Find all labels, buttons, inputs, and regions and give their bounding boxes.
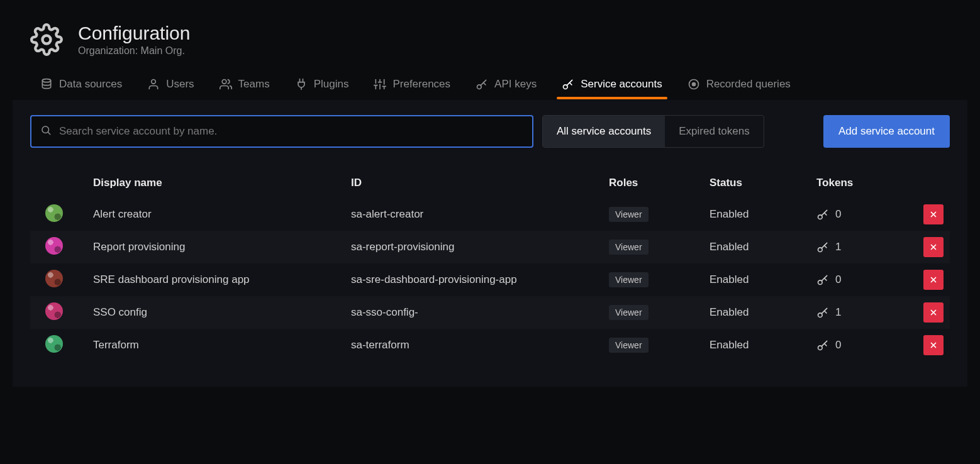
search-input[interactable] (30, 115, 533, 148)
cell-id: sa-alert-creator (351, 208, 609, 221)
table-row[interactable]: Report provisioningsa-report-provisionin… (30, 231, 950, 263)
cell-status: Enabled (710, 273, 816, 286)
table-row[interactable]: SSO configsa-sso-config-ViewerEnabled1 (30, 296, 950, 329)
service-accounts-table: Display name ID Roles Status Tokens Aler… (30, 168, 950, 362)
service-accounts-panel: All service accounts Expired tokens Add … (13, 100, 967, 387)
config-tabs: Data sourcesUsersTeamsPluginsPreferences… (0, 72, 980, 100)
delete-button[interactable] (923, 204, 944, 224)
table-row[interactable]: Terraformsa-terraformViewerEnabled0 (30, 329, 950, 362)
cell-tokens: 1 (816, 306, 923, 319)
cell-tokens: 0 (816, 339, 923, 351)
svg-line-2 (48, 132, 50, 134)
tab-api-keys[interactable]: API keys (476, 72, 537, 99)
avatar (45, 302, 63, 320)
delete-button[interactable] (923, 335, 944, 355)
cell-tokens: 0 (816, 208, 923, 221)
svg-point-1 (42, 126, 49, 133)
key-icon (816, 273, 829, 286)
cell-status: Enabled (710, 241, 816, 253)
page-header: Configuration Organization: Main Org. (0, 0, 980, 72)
tab-plugins[interactable]: Plugins (295, 72, 349, 99)
tab-label: Recorded queries (706, 78, 791, 91)
tab-label: Teams (238, 78, 270, 91)
search-icon (40, 124, 52, 138)
cell-id: sa-terraform (351, 339, 609, 351)
key-icon (816, 208, 829, 221)
avatar (45, 237, 63, 255)
team-icon (220, 78, 232, 91)
key-icon (816, 339, 829, 351)
add-service-account-button[interactable]: Add service account (823, 115, 950, 148)
avatar (45, 204, 63, 222)
token-count: 0 (835, 208, 841, 221)
col-roles: Roles (609, 177, 710, 189)
cell-status: Enabled (710, 208, 816, 221)
role-pill[interactable]: Viewer (609, 305, 649, 320)
delete-button[interactable] (923, 302, 944, 323)
table-row[interactable]: SRE dashboard provisioning appsa-sre-das… (30, 263, 950, 296)
toolbar: All service accounts Expired tokens Add … (30, 115, 950, 148)
tab-label: Preferences (393, 78, 450, 91)
tab-label: API keys (494, 78, 537, 91)
cell-display-name: Alert creator (93, 208, 351, 221)
role-pill[interactable]: Viewer (609, 338, 649, 353)
cell-status: Enabled (710, 339, 816, 351)
cell-display-name: SRE dashboard provisioning app (93, 273, 351, 286)
page-title: Configuration (78, 23, 190, 44)
tab-users[interactable]: Users (147, 72, 194, 99)
tab-data-sources[interactable]: Data sources (40, 72, 122, 99)
col-status: Status (710, 177, 816, 189)
cell-display-name: Report provisioning (93, 241, 351, 253)
tab-preferences[interactable]: Preferences (374, 72, 450, 99)
avatar (45, 270, 63, 287)
cell-status: Enabled (710, 306, 816, 319)
cell-tokens: 0 (816, 273, 923, 286)
col-display-name: Display name (93, 177, 351, 189)
tab-service-accounts[interactable]: Service accounts (562, 72, 662, 99)
cell-tokens: 1 (816, 241, 923, 253)
filter-expired-button[interactable]: Expired tokens (665, 116, 763, 147)
token-count: 1 (835, 306, 841, 319)
search-wrap (30, 115, 533, 148)
filter-segment: All service accounts Expired tokens (542, 115, 764, 148)
col-tokens: Tokens (816, 177, 923, 189)
tab-label: Data sources (59, 78, 122, 91)
key-icon (562, 78, 574, 91)
cell-id: sa-report-provisioning (351, 241, 609, 253)
svg-point-0 (43, 36, 51, 44)
cell-display-name: SSO config (93, 306, 351, 319)
table-row[interactable]: Alert creatorsa-alert-creatorViewerEnabl… (30, 198, 950, 231)
avatar (45, 335, 63, 353)
sliders-icon (374, 78, 386, 91)
token-count: 0 (835, 273, 841, 286)
cell-display-name: Terraform (93, 339, 351, 351)
key-icon (816, 306, 829, 319)
key-icon (816, 241, 829, 253)
delete-button[interactable] (923, 237, 944, 257)
role-pill[interactable]: Viewer (609, 207, 649, 222)
delete-button[interactable] (923, 270, 944, 290)
user-icon (147, 78, 160, 91)
tab-label: Service accounts (581, 78, 662, 91)
cell-id: sa-sre-dashboard-provisioning-app (351, 273, 609, 286)
role-pill[interactable]: Viewer (609, 272, 649, 287)
role-pill[interactable]: Viewer (609, 240, 649, 255)
tab-label: Users (166, 78, 194, 91)
tab-teams[interactable]: Teams (220, 72, 270, 99)
plug-icon (295, 78, 308, 91)
token-count: 1 (835, 241, 841, 253)
tab-recorded-queries[interactable]: Recorded queries (688, 72, 791, 99)
col-id: ID (351, 177, 609, 189)
gear-icon (30, 23, 63, 56)
database-icon (40, 78, 53, 91)
record-icon (688, 78, 700, 91)
table-header-row: Display name ID Roles Status Tokens (30, 168, 950, 198)
tab-label: Plugins (314, 78, 349, 91)
key-icon (476, 78, 488, 91)
cell-id: sa-sso-config- (351, 306, 609, 319)
page-subtitle: Organization: Main Org. (78, 45, 190, 57)
token-count: 0 (835, 339, 841, 351)
filter-all-button[interactable]: All service accounts (543, 116, 665, 147)
